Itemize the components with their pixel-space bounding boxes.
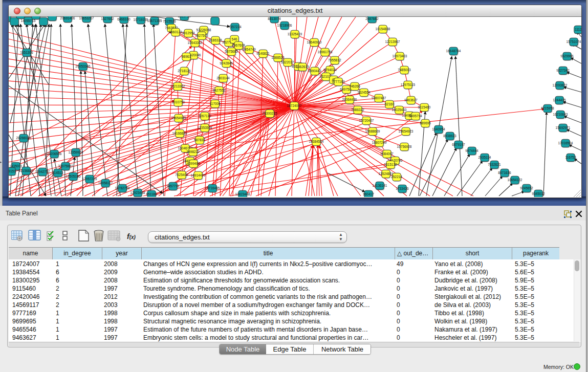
svg-text:7632621: 7632621	[488, 163, 501, 166]
svg-text:39151: 39151	[9, 169, 16, 173]
svg-text:3624554: 3624554	[357, 91, 371, 94]
svg-text:1089719: 1089719	[178, 16, 191, 18]
svg-text:9827503: 9827503	[195, 34, 208, 37]
svg-text:1640954: 1640954	[432, 127, 445, 131]
svg-text:2967608: 2967608	[232, 43, 245, 47]
svg-text:12505185: 12505185	[66, 174, 81, 178]
svg-text:117006: 117006	[209, 102, 221, 105]
svg-text:10654122: 10654122	[508, 178, 522, 182]
svg-text:25300215: 25300215	[263, 112, 277, 115]
svg-text:10025433: 10025433	[392, 108, 407, 112]
svg-text:1588520: 1588520	[271, 56, 285, 59]
svg-text:12975115: 12975115	[401, 83, 416, 86]
svg-text:19654985: 19654985	[171, 116, 186, 120]
svg-text:9474444: 9474444	[465, 149, 478, 152]
svg-text:10973403: 10973403	[393, 54, 407, 58]
svg-text:19166825: 19166825	[172, 132, 187, 135]
svg-text:12156829: 12156829	[19, 169, 34, 172]
svg-text:9777169: 9777169	[332, 80, 345, 83]
svg-text:252214: 252214	[391, 175, 402, 179]
svg-text:20364436: 20364436	[342, 98, 357, 101]
svg-text:10653267: 10653267	[79, 16, 94, 20]
svg-text:3498222: 3498222	[186, 150, 200, 154]
svg-text:114513: 114513	[52, 171, 63, 174]
svg-text:8186328: 8186328	[209, 38, 222, 42]
svg-text:7357224: 7357224	[228, 25, 242, 29]
svg-text:3267110: 3267110	[199, 114, 211, 118]
svg-text:7625402: 7625402	[175, 173, 188, 177]
svg-text:1651306: 1651306	[20, 51, 33, 54]
svg-text:2487682: 2487682	[365, 17, 379, 20]
svg-text:2935114: 2935114	[478, 156, 491, 159]
svg-text:12359924: 12359924	[69, 150, 83, 154]
svg-text:8938923: 8938923	[443, 134, 456, 138]
svg-text:1733426: 1733426	[396, 187, 409, 190]
svg-text:15720407: 15720407	[359, 119, 374, 122]
svg-text:9329966: 9329966	[560, 54, 574, 58]
svg-text:19218906: 19218906	[277, 24, 292, 27]
svg-text:960417: 960417	[363, 192, 374, 196]
svg-text:6466160: 6466160	[117, 17, 130, 21]
svg-text:8215958: 8215958	[541, 106, 554, 110]
svg-text:12823448: 12823448	[235, 192, 250, 196]
svg-text:20206506: 20206506	[47, 152, 62, 156]
svg-text:746266: 746266	[349, 84, 360, 88]
svg-text:1112: 1112	[575, 28, 581, 31]
svg-text:1010753: 1010753	[171, 100, 185, 104]
svg-text:10756928: 10756928	[397, 145, 412, 148]
svg-text:10543362: 10543362	[188, 41, 203, 45]
svg-text:15692971: 15692971	[556, 126, 571, 129]
svg-text:12923448: 12923448	[130, 191, 145, 194]
svg-text:20053346: 20053346	[76, 64, 91, 68]
svg-text:3912954: 3912954	[182, 31, 195, 35]
svg-text:8454749: 8454749	[243, 48, 256, 51]
svg-text:10719155: 10719155	[134, 18, 148, 21]
svg-text:7986322: 7986322	[351, 108, 364, 112]
svg-text:9457791: 9457791	[166, 184, 180, 188]
svg-text:10688609: 10688609	[365, 129, 380, 133]
svg-text:16914479: 16914479	[191, 173, 206, 177]
svg-text:1362615: 1362615	[296, 65, 309, 69]
svg-text:17942757: 17942757	[35, 170, 50, 173]
svg-text:5875685: 5875685	[225, 50, 238, 53]
svg-text:10671355: 10671355	[147, 19, 162, 23]
svg-text:18640910: 18640910	[307, 40, 322, 44]
svg-text:14136141: 14136141	[373, 184, 387, 187]
svg-text:18724007: 18724007	[287, 104, 302, 107]
svg-text:8660124: 8660124	[169, 30, 182, 34]
svg-text:16648784: 16648784	[446, 49, 461, 53]
svg-text:16961758: 16961758	[318, 50, 333, 54]
svg-text:10958117: 10958117	[98, 181, 113, 185]
svg-text:9227342: 9227342	[556, 69, 570, 72]
svg-text:10807487: 10807487	[372, 96, 386, 100]
svg-text:12213967: 12213967	[385, 40, 400, 43]
svg-text:546: 546	[232, 37, 237, 41]
svg-text:5322037: 5322037	[281, 60, 294, 64]
svg-text:1527602: 1527602	[101, 17, 114, 20]
svg-text:98961: 98961	[182, 55, 191, 58]
svg-text:10154838: 10154838	[376, 27, 390, 31]
svg-text:17016504: 17016504	[558, 141, 573, 145]
svg-text:116753: 116753	[565, 156, 576, 159]
svg-text:8471636: 8471636	[498, 171, 511, 174]
svg-text:9427552: 9427552	[212, 89, 226, 92]
svg-text:1244415: 1244415	[553, 98, 566, 102]
svg-text:9242848: 9242848	[220, 61, 233, 65]
svg-text:6879197: 6879197	[452, 143, 465, 146]
svg-text:9345012: 9345012	[532, 192, 545, 195]
svg-text:4099484: 4099484	[187, 162, 200, 165]
svg-text:889695: 889695	[420, 121, 431, 125]
svg-text:18807249: 18807249	[372, 141, 387, 144]
svg-text:9146821: 9146821	[256, 52, 270, 55]
svg-text:12213302: 12213302	[170, 84, 185, 88]
svg-text:12353594: 12353594	[198, 126, 212, 129]
svg-text:7485003: 7485003	[398, 68, 411, 72]
svg-text:7955812: 7955812	[328, 58, 341, 62]
svg-text:15751074: 15751074	[567, 40, 581, 43]
svg-text:53226058: 53226058	[197, 28, 211, 32]
svg-text:1615132: 1615132	[384, 163, 397, 166]
svg-text:2718126: 2718126	[178, 69, 191, 73]
svg-text:8990443: 8990443	[308, 69, 321, 73]
svg-text:19384554: 19384554	[309, 140, 324, 143]
svg-text:16782759: 16782759	[115, 186, 130, 190]
